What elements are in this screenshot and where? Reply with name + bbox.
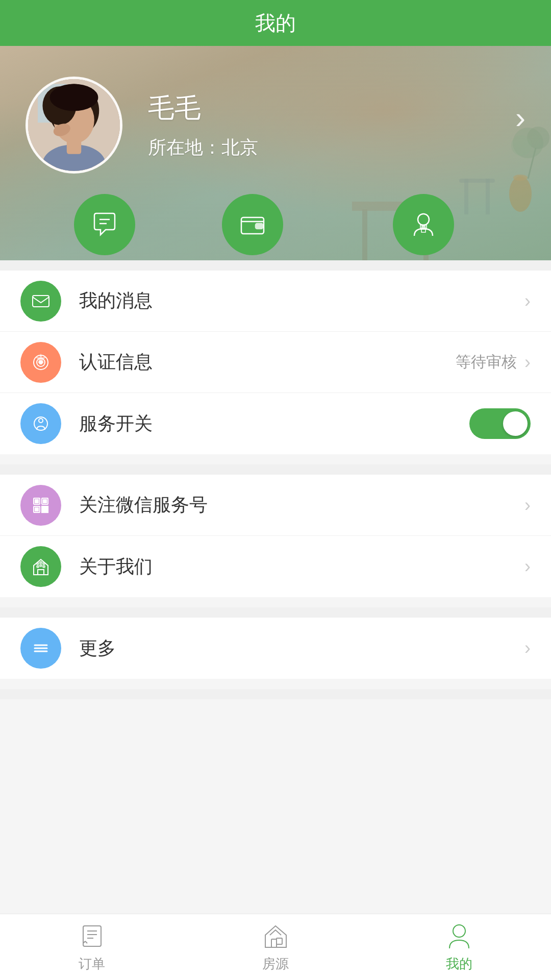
menu-item-service[interactable]: 服务开关: [0, 393, 551, 454]
svg-point-18: [50, 84, 98, 111]
mine-nav-label: 我的: [446, 955, 472, 973]
svg-rect-54: [83, 926, 101, 946]
menu-item-more[interactable]: 更多 ›: [0, 618, 551, 679]
svg-rect-41: [42, 506, 44, 509]
certification-icon-circle: [20, 342, 61, 383]
svg-point-62: [453, 925, 465, 937]
svg-rect-36: [35, 500, 38, 503]
svg-rect-28: [421, 229, 425, 232]
certification-icon: [31, 352, 51, 373]
svg-point-34: [39, 419, 43, 423]
svg-point-48: [37, 566, 39, 568]
more-chevron: ›: [524, 638, 531, 659]
svg-rect-29: [33, 296, 49, 307]
certification-badge: 等待审核: [456, 352, 517, 373]
menu-item-certification[interactable]: 认证信息 等待审核 ›: [0, 332, 551, 393]
svg-rect-44: [45, 510, 48, 512]
mine-icon: [445, 922, 473, 950]
svg-point-47: [43, 562, 45, 565]
user-details: 毛毛 所在地：北京: [148, 90, 258, 160]
service-toggle[interactable]: [469, 408, 531, 439]
svg-rect-25: [256, 224, 263, 229]
nav-item-mine[interactable]: 我的: [445, 922, 473, 973]
wallet-icon-circle: [222, 194, 283, 255]
menu-section-2: 关注微信服务号 › 关于我们 ›: [0, 475, 551, 597]
svg-rect-38: [43, 500, 46, 503]
messages-right: ›: [524, 290, 531, 312]
menu-item-wechat[interactable]: 关注微信服务号 ›: [0, 475, 551, 536]
svg-rect-20: [67, 139, 81, 154]
user-name: 毛毛: [148, 90, 258, 126]
more-right: ›: [524, 638, 531, 659]
orders-icon: [78, 922, 106, 950]
svg-point-49: [40, 565, 42, 567]
svg-line-59: [85, 941, 87, 943]
wallet-icon: [238, 210, 267, 239]
svg-point-46: [40, 561, 42, 564]
svg-rect-60: [271, 939, 277, 947]
service-icon: [31, 413, 51, 434]
separator-4: [0, 689, 551, 699]
about-icon: [31, 556, 51, 577]
service-toggle-right: [469, 408, 531, 439]
about-icon-circle: [20, 546, 61, 587]
quick-actions: 我的评价 我的钱包: [0, 189, 551, 260]
more-label: 更多: [79, 636, 524, 661]
more-icon: [31, 638, 51, 658]
service-label: 服务开关: [79, 411, 469, 436]
svg-rect-61: [277, 938, 282, 944]
about-label: 关于我们: [79, 554, 524, 579]
about-chevron: ›: [524, 556, 531, 577]
menu-section-3: 更多 ›: [0, 618, 551, 679]
about-right: ›: [524, 556, 531, 577]
action-review[interactable]: 我的评价: [74, 194, 135, 260]
agent-icon: [409, 210, 438, 239]
svg-point-45: [37, 562, 39, 565]
separator-3: [0, 607, 551, 618]
svg-rect-43: [42, 510, 44, 512]
nav-item-houses[interactable]: 房源: [262, 922, 290, 973]
profile-info[interactable]: 毛毛 所在地：北京 ›: [0, 46, 551, 189]
action-agent[interactable]: 网络经纪人介绍: [370, 194, 477, 260]
certification-right: 等待审核 ›: [456, 352, 531, 373]
bottom-padding: [0, 699, 551, 776]
avatar[interactable]: [26, 77, 122, 174]
certification-label: 认证信息: [79, 350, 456, 375]
review-icon-circle: [74, 194, 135, 255]
profile-arrow[interactable]: ›: [515, 100, 525, 135]
agent-icon-circle: [393, 194, 454, 255]
wechat-icon-circle: [20, 485, 61, 526]
page-title: 我的: [255, 9, 296, 37]
service-icon-circle: [20, 403, 61, 444]
menu-item-messages[interactable]: 我的消息 ›: [0, 271, 551, 332]
bottom-navigation: 订单 房源 我的: [0, 914, 551, 980]
user-location: 所在地：北京: [148, 135, 258, 160]
profile-banner: 毛毛 所在地：北京 › 我的评价: [0, 46, 551, 260]
svg-point-26: [418, 214, 429, 225]
action-wallet[interactable]: 我的钱包: [222, 194, 283, 260]
qr-icon: [31, 495, 51, 516]
messages-icon-circle: [20, 281, 61, 322]
page-header: 我的: [0, 0, 551, 46]
orders-nav-label: 订单: [79, 955, 105, 973]
svg-point-50: [43, 566, 45, 568]
houses-icon: [262, 922, 290, 950]
svg-rect-42: [45, 506, 48, 509]
nav-item-orders[interactable]: 订单: [78, 922, 106, 973]
menu-item-about[interactable]: 关于我们 ›: [0, 536, 551, 597]
menu-section-1: 我的消息 › 认证信息 等待审核 ›: [0, 271, 551, 454]
wechat-right: ›: [524, 495, 531, 516]
svg-rect-40: [35, 508, 38, 511]
email-icon: [31, 291, 51, 311]
separator-2: [0, 464, 551, 475]
more-icon-circle: [20, 628, 61, 669]
wechat-label: 关注微信服务号: [79, 493, 524, 518]
separator-1: [0, 260, 551, 271]
certification-chevron: ›: [524, 352, 531, 373]
chat-icon: [90, 210, 119, 239]
toggle-knob: [503, 411, 528, 436]
houses-nav-label: 房源: [262, 955, 289, 973]
messages-label: 我的消息: [79, 288, 524, 313]
messages-chevron: ›: [524, 290, 531, 312]
wechat-chevron: ›: [524, 495, 531, 516]
